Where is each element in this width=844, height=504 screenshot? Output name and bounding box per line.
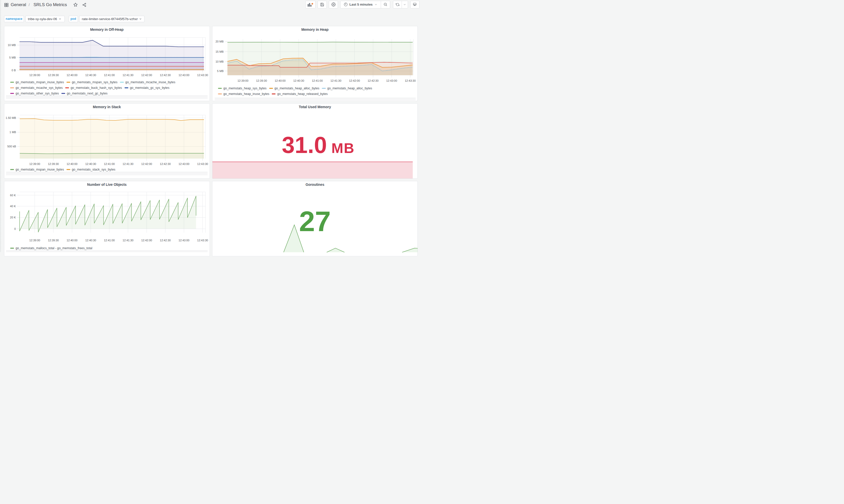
svg-text:12:41:00: 12:41:00 bbox=[104, 162, 115, 165]
svg-text:5 MB: 5 MB bbox=[217, 69, 224, 72]
svg-text:20 K: 20 K bbox=[10, 216, 16, 219]
svg-text:10 MB: 10 MB bbox=[7, 43, 16, 46]
svg-text:0 B: 0 B bbox=[12, 69, 16, 72]
svg-text:12:39:00: 12:39:00 bbox=[29, 239, 40, 242]
svg-text:12:40:30: 12:40:30 bbox=[85, 73, 96, 76]
svg-text:12:41:00: 12:41:00 bbox=[312, 79, 323, 82]
svg-text:12:42:00: 12:42:00 bbox=[349, 79, 360, 82]
svg-text:12:43:00: 12:43:00 bbox=[178, 162, 190, 165]
svg-text:12:42:30: 12:42:30 bbox=[160, 239, 171, 242]
svg-text:12:39:00: 12:39:00 bbox=[29, 162, 40, 165]
svg-text:12:43:30: 12:43:30 bbox=[197, 239, 208, 242]
svg-text:5 MB: 5 MB bbox=[9, 56, 16, 59]
svg-text:12:41:30: 12:41:30 bbox=[123, 73, 134, 76]
svg-text:12:39:30: 12:39:30 bbox=[48, 239, 59, 242]
svg-text:1 MB: 1 MB bbox=[10, 130, 16, 133]
svg-text:12:41:00: 12:41:00 bbox=[104, 239, 115, 242]
svg-text:12:39:30: 12:39:30 bbox=[48, 73, 59, 76]
svg-text:40 K: 40 K bbox=[10, 205, 16, 208]
svg-text:500 kB: 500 kB bbox=[7, 145, 16, 148]
svg-text:12:43:30: 12:43:30 bbox=[197, 73, 208, 76]
svg-text:60 K: 60 K bbox=[10, 194, 16, 197]
svg-text:12:43:00: 12:43:00 bbox=[386, 79, 397, 82]
svg-text:12:40:00: 12:40:00 bbox=[275, 79, 285, 82]
svg-text:12:42:30: 12:42:30 bbox=[160, 162, 171, 165]
svg-text:10 MB: 10 MB bbox=[215, 60, 224, 63]
svg-text:12:40:00: 12:40:00 bbox=[67, 162, 77, 165]
svg-text:12:40:30: 12:40:30 bbox=[85, 239, 96, 242]
svg-text:12:40:00: 12:40:00 bbox=[67, 73, 77, 76]
svg-text:12:42:00: 12:42:00 bbox=[141, 239, 152, 242]
svg-text:12:42:00: 12:42:00 bbox=[141, 162, 152, 165]
svg-text:12:41:30: 12:41:30 bbox=[123, 162, 134, 165]
svg-text:12:41:30: 12:41:30 bbox=[330, 79, 341, 82]
svg-text:12:39:30: 12:39:30 bbox=[256, 79, 267, 82]
svg-text:20 MB: 20 MB bbox=[215, 40, 224, 43]
svg-text:12:43:00: 12:43:00 bbox=[178, 73, 190, 76]
svg-text:12:39:30: 12:39:30 bbox=[48, 162, 59, 165]
svg-text:12:42:00: 12:42:00 bbox=[141, 73, 152, 76]
svg-text:12:39:00: 12:39:00 bbox=[238, 79, 248, 82]
svg-text:12:41:30: 12:41:30 bbox=[123, 239, 134, 242]
svg-text:12:40:30: 12:40:30 bbox=[293, 79, 304, 82]
svg-text:12:42:30: 12:42:30 bbox=[368, 79, 379, 82]
svg-text:12:40:30: 12:40:30 bbox=[85, 162, 96, 165]
svg-text:12:43:30: 12:43:30 bbox=[405, 79, 416, 82]
svg-text:12:41:00: 12:41:00 bbox=[104, 73, 115, 76]
svg-text:12:43:00: 12:43:00 bbox=[178, 239, 190, 242]
svg-text:1.50 MB: 1.50 MB bbox=[5, 116, 16, 120]
svg-text:0: 0 bbox=[14, 227, 16, 230]
svg-text:12:42:30: 12:42:30 bbox=[160, 73, 171, 76]
svg-text:12:39:00: 12:39:00 bbox=[29, 73, 40, 76]
svg-text:12:43:30: 12:43:30 bbox=[197, 162, 208, 165]
svg-text:15 MB: 15 MB bbox=[215, 50, 224, 53]
svg-text:12:40:00: 12:40:00 bbox=[67, 239, 77, 242]
